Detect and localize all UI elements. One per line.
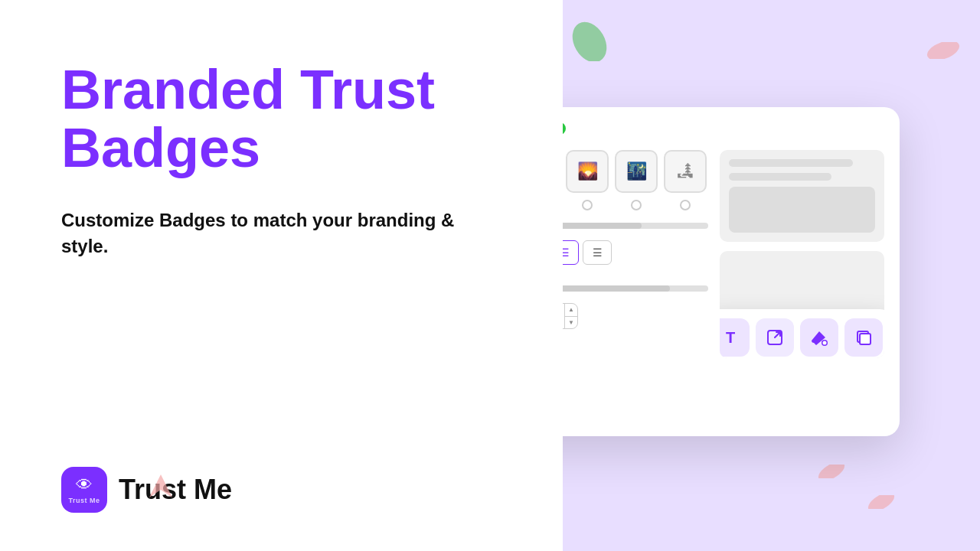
number-arrows: ▲ ▼: [564, 304, 577, 328]
svg-line-6: [775, 332, 780, 337]
radio-2[interactable]: [566, 199, 609, 211]
preview-box-bottom: T: [720, 251, 884, 358]
slider-2-track: [563, 285, 708, 292]
window-controls: [563, 122, 884, 135]
brand-logo: 👁 Trust Me Trust Me: [61, 467, 501, 513]
right-panel: 🖼 🌄 🌃 🏞: [563, 0, 980, 551]
headline-line2: Badges: [61, 117, 260, 178]
tool-layers-btn[interactable]: [844, 318, 883, 357]
slider-1[interactable]: [563, 223, 708, 229]
slider-1-track: [563, 223, 708, 229]
logo-label: Trust Me: [68, 497, 100, 504]
radio-row: [563, 199, 708, 211]
img-option-2-icon: 🌄: [577, 161, 598, 181]
tool-expand-btn[interactable]: [756, 318, 794, 357]
radio-circle-3: [631, 200, 642, 210]
radio-circle-2: [582, 200, 593, 210]
window-body: 🖼 🌄 🌃 🏞: [563, 150, 884, 358]
align-right-btn[interactable]: ☰: [583, 240, 612, 265]
radio-4[interactable]: [664, 199, 707, 211]
radio-3[interactable]: [615, 199, 658, 211]
svg-point-3: [817, 465, 846, 478]
svg-point-4: [867, 495, 896, 509]
left-controls: 🖼 🌄 🌃 🏞: [563, 150, 708, 358]
align-row: ☰ ☰ ☰: [563, 240, 708, 265]
slider-2-fill: [563, 285, 670, 292]
main-content: Branded Trust Badges Customize Badges to…: [61, 61, 501, 467]
toolbar-popup: T: [720, 309, 884, 358]
slider-2[interactable]: [563, 285, 708, 292]
number-input[interactable]: 124 ▲ ▼: [563, 303, 578, 329]
tool-fill-icon: [810, 328, 828, 347]
number-up-arrow[interactable]: ▲: [565, 304, 577, 317]
tool-text-btn[interactable]: T: [720, 318, 750, 357]
logo-icon: 👁 Trust Me: [61, 467, 107, 513]
preview-text-line-2: [729, 173, 831, 181]
radio-circle-4: [680, 200, 691, 210]
svg-marker-0: [149, 474, 172, 497]
deco-petal-br1-icon: [817, 465, 846, 478]
preview-box-top: [720, 150, 884, 242]
align-center-btn[interactable]: ☰: [563, 240, 579, 265]
tool-fill-btn[interactable]: [800, 318, 838, 357]
svg-rect-10: [860, 334, 871, 344]
preview-text-line-1: [729, 159, 853, 167]
spacer: [563, 276, 708, 285]
main-headline: Branded Trust Badges: [61, 61, 501, 177]
image-style-row: 🖼 🌄 🌃 🏞: [563, 150, 708, 193]
preview-img-area: [729, 187, 875, 233]
left-panel: Branded Trust Badges Customize Badges to…: [0, 0, 563, 551]
brand-name: Trust Me: [119, 474, 232, 506]
deco-arrow-icon: [149, 474, 172, 497]
svg-point-1: [567, 16, 612, 61]
svg-point-8: [823, 341, 827, 345]
deco-petal-br2-icon: [867, 495, 896, 509]
img-option-4-icon: 🏞: [677, 161, 694, 181]
tool-expand-icon: [766, 329, 783, 346]
tool-text-icon: T: [726, 329, 735, 347]
subtitle-text: Customize Badges to match your branding …: [61, 207, 501, 259]
svg-point-2: [926, 42, 961, 59]
tool-layers-icon: [855, 329, 872, 346]
slider-1-fill: [563, 223, 642, 229]
img-option-4[interactable]: 🏞: [664, 150, 707, 193]
window-maximize-dot[interactable]: [563, 122, 566, 135]
number-down-arrow[interactable]: ▼: [565, 317, 577, 329]
headline-line1: Branded Trust: [61, 59, 435, 120]
app-window: 🖼 🌄 🌃 🏞: [563, 107, 900, 436]
right-preview: T: [720, 150, 884, 358]
deco-petal-topright-icon: [926, 42, 961, 59]
img-option-3-icon: 🌃: [626, 161, 647, 181]
img-option-3[interactable]: 🌃: [615, 150, 658, 193]
deco-leaf-top-icon: [567, 15, 612, 61]
img-option-2[interactable]: 🌄: [566, 150, 609, 193]
logo-eye-icon: 👁: [76, 475, 93, 495]
